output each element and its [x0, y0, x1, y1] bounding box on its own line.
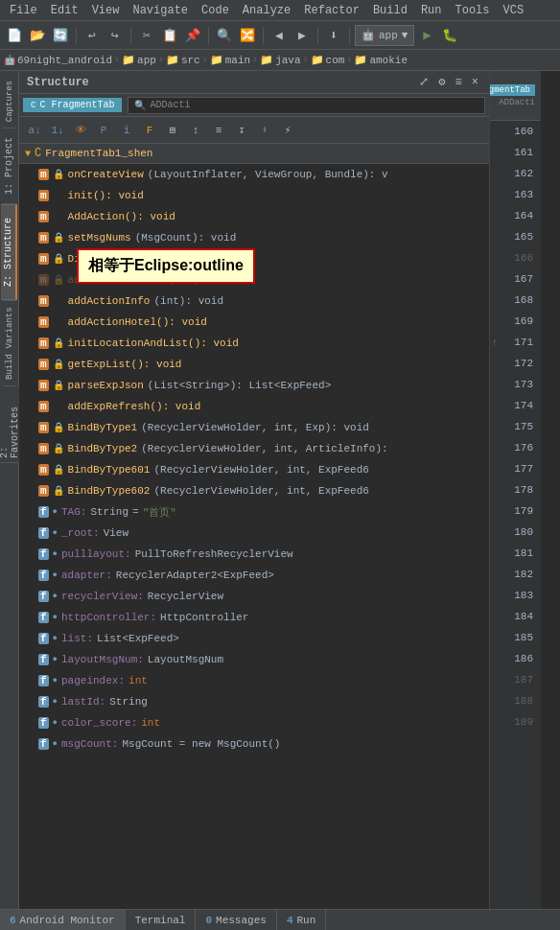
sidebar-item-project[interactable]: 1: Project: [2, 128, 16, 204]
tree-item-list[interactable]: f ● list: List<ExpFeed>: [19, 628, 489, 649]
breadcrumb-pkg[interactable]: 📁 amokie: [354, 54, 408, 66]
menu-analyze[interactable]: Analyze: [237, 0, 296, 20]
run-tab[interactable]: 4 Run: [277, 910, 326, 930]
terminal-label: Terminal: [135, 915, 186, 926]
undo-btn[interactable]: ↩: [82, 25, 103, 46]
tree-item-bindbytype601[interactable]: m 🔒 BindByType601 (RecyclerViewHolder, i…: [19, 459, 489, 480]
panel-close-icon[interactable]: ×: [469, 75, 481, 90]
panel-expand-icon[interactable]: ⤢: [416, 74, 432, 90]
method-params: (RecyclerViewHolder, int, ArticleInfo):: [141, 443, 387, 454]
tree-item-msgcount[interactable]: f ● msgCount: MsgCount = new MsgCount(): [19, 733, 489, 755]
info-btn[interactable]: i: [117, 121, 136, 140]
collapse-btn[interactable]: ↧: [232, 121, 251, 140]
build-btn[interactable]: ⬇: [323, 25, 344, 46]
field-name: recyclerView:: [61, 591, 144, 602]
fragment-tab-line[interactable]: C FragmentTab: [489, 84, 535, 96]
breadcrumb-project[interactable]: 🤖 69night_android: [4, 55, 112, 66]
new-file-btn[interactable]: 📄: [4, 25, 25, 46]
menu-edit[interactable]: Edit: [45, 0, 84, 20]
tree-item-pulllayout[interactable]: f ● pulllayout: PullToRefreshRecyclerVie…: [19, 544, 489, 565]
method-name: BindByType601: [68, 464, 151, 476]
breadcrumb-com[interactable]: 📁 com: [311, 54, 345, 66]
tree-item-addexprefresh[interactable]: m addExpRefresh(): void: [19, 396, 489, 417]
extra-btn[interactable]: ⚡: [278, 121, 297, 140]
menu-file[interactable]: File: [4, 0, 43, 20]
visibility-btn[interactable]: 👁: [71, 121, 90, 140]
menu-navigate[interactable]: Navigate: [127, 0, 194, 20]
tree-item-pageindex[interactable]: f ● pageindex: int: [19, 670, 489, 691]
tree-content[interactable]: m 🔒 onCreateView (LayoutInflater, ViewGr…: [19, 164, 489, 930]
group-btn[interactable]: ≡: [209, 121, 228, 140]
replace-btn[interactable]: 🔀: [237, 25, 258, 46]
tree-item-recyclerview[interactable]: f ● recyclerView: RecyclerView: [19, 586, 489, 607]
sidebar-item-structure[interactable]: Z: Structure: [1, 204, 17, 300]
tree-item-root[interactable]: f ● _root: View: [19, 523, 489, 544]
menu-build[interactable]: Build: [367, 0, 413, 20]
tree-item-parseexpjson[interactable]: m 🔒 parseExpJson (List<String>): List<Ex…: [19, 375, 489, 396]
sidebar-item-captures[interactable]: Captures: [3, 75, 16, 128]
breadcrumb-java[interactable]: 📁 java: [260, 54, 300, 66]
expand-btn[interactable]: ⊞: [163, 121, 182, 140]
folder-icon: 📁: [260, 54, 273, 66]
menu-vcs[interactable]: VCS: [498, 0, 530, 20]
tree-item-lastid[interactable]: f ● lastId: String: [19, 691, 489, 712]
search-btn[interactable]: 🔍: [214, 25, 235, 46]
line-163: 163: [490, 184, 541, 205]
back-btn[interactable]: ◀: [268, 25, 290, 46]
circle-icon: ●: [53, 634, 58, 643]
tree-item-bindbytype2[interactable]: m 🔒 BindByType2 (RecyclerViewHolder, int…: [19, 438, 489, 459]
search-field[interactable]: 🔍 ADDacti: [128, 97, 485, 114]
tree-item-init[interactable]: m init(): void: [19, 185, 489, 206]
breadcrumb-app[interactable]: 📁 app: [122, 54, 156, 66]
sidebar-item-build-variants[interactable]: Build Variants: [3, 300, 16, 386]
tree-item-httpcontroller[interactable]: f ● httpController: HttpController: [19, 607, 489, 628]
tree-item-adapter[interactable]: f ● adapter: RecyclerAdapter2<ExpFeed>: [19, 565, 489, 586]
tree-item-initlocation[interactable]: m 🔒 initLocationAndList(): void: [19, 333, 489, 354]
menu-run[interactable]: Run: [415, 0, 448, 20]
tree-item-addaction[interactable]: m AddAction(): void: [19, 206, 489, 227]
tree-item-oncreateview[interactable]: m 🔒 onCreateView (LayoutInflater, ViewGr…: [19, 164, 489, 185]
tree-item-setmsgnums[interactable]: m 🔒 setMsgNums (MsgCount): void: [19, 227, 489, 248]
tree-item-addactionhotel[interactable]: m addActionHotel(): void: [19, 312, 489, 333]
sync-btn[interactable]: 🔄: [50, 25, 71, 46]
open-btn[interactable]: 📂: [27, 25, 48, 46]
android-monitor-tab[interactable]: 6 Android Monitor: [0, 910, 126, 930]
messages-tab[interactable]: 0 Messages: [196, 910, 276, 930]
run-btn[interactable]: ▶: [416, 25, 437, 46]
tree-item-colorscore[interactable]: f ● color_score: int: [19, 712, 489, 733]
sort-alpha-btn[interactable]: a↓: [25, 121, 44, 140]
fragment-tab[interactable]: C C FragmentTab: [23, 98, 122, 112]
download-btn[interactable]: ⬇: [255, 121, 274, 140]
field-type: RecyclerView: [148, 591, 223, 602]
purple-btn[interactable]: P: [94, 121, 113, 140]
terminal-tab[interactable]: Terminal: [126, 910, 197, 930]
panel-settings-icon[interactable]: ≡: [453, 75, 465, 90]
breadcrumb-main[interactable]: 📁 main: [210, 54, 250, 66]
forward-btn[interactable]: ▶: [292, 25, 313, 46]
breadcrumb-src[interactable]: 📁 src: [166, 54, 200, 66]
menu-view[interactable]: View: [86, 0, 126, 20]
tree-item-tag[interactable]: f ● TAG: String = "首页": [19, 501, 489, 523]
menu-refactor[interactable]: Refactor: [298, 0, 365, 20]
copy-btn[interactable]: 📋: [159, 25, 180, 46]
panel-gear-icon[interactable]: ⚙: [435, 74, 448, 90]
paste-btn[interactable]: 📌: [182, 25, 203, 46]
filter-btn[interactable]: F: [140, 121, 159, 140]
menu-code[interactable]: Code: [196, 0, 235, 20]
tree-item-bindbytype1[interactable]: m 🔒 BindByType1 (RecyclerViewHolder, int…: [19, 417, 489, 438]
menu-tools[interactable]: Tools: [450, 0, 496, 20]
cut-btn[interactable]: ✂: [136, 25, 157, 46]
sep: ›: [202, 55, 208, 65]
line-170: 171 ↑: [490, 332, 541, 353]
tree-item-bindbytype602[interactable]: m 🔒 BindByType602 (RecyclerViewHolder, i…: [19, 480, 489, 501]
sort-type-btn[interactable]: 1↓: [48, 121, 67, 140]
tree-item-addactioninfo[interactable]: m addActionInfo (int): void: [19, 291, 489, 312]
tree-item-getexplist[interactable]: m 🔒 getExpList(): void: [19, 354, 489, 375]
debug-btn[interactable]: 🐛: [439, 25, 460, 46]
run-config-dropdown[interactable]: 🤖 app ▼: [355, 25, 414, 46]
redo-btn[interactable]: ↪: [105, 25, 126, 46]
tree-item-layoutmsgnum[interactable]: f ● layoutMsgNum: LayoutMsgNum: [19, 649, 489, 670]
field-name: TAG:: [61, 506, 86, 518]
tree-root-item[interactable]: ▼ C FragmentTab1_shen: [19, 144, 489, 164]
sort-btn[interactable]: ↕: [186, 121, 205, 140]
